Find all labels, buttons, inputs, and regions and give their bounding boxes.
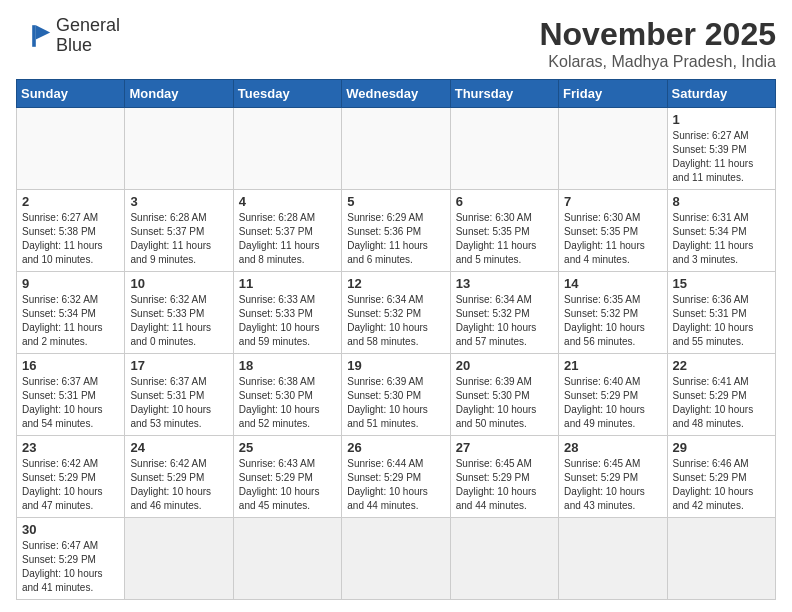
day-number: 28 xyxy=(564,440,661,455)
calendar-cell xyxy=(559,108,667,190)
col-header-wednesday: Wednesday xyxy=(342,80,450,108)
calendar-cell: 20Sunrise: 6:39 AM Sunset: 5:30 PM Dayli… xyxy=(450,354,558,436)
day-number: 12 xyxy=(347,276,444,291)
day-info: Sunrise: 6:41 AM Sunset: 5:29 PM Dayligh… xyxy=(673,375,770,431)
day-number: 13 xyxy=(456,276,553,291)
calendar-cell xyxy=(559,518,667,600)
page-header: General Blue November 2025 Kolaras, Madh… xyxy=(16,16,776,71)
calendar-cell: 30Sunrise: 6:47 AM Sunset: 5:29 PM Dayli… xyxy=(17,518,125,600)
calendar-cell: 8Sunrise: 6:31 AM Sunset: 5:34 PM Daylig… xyxy=(667,190,775,272)
calendar-header-row: SundayMondayTuesdayWednesdayThursdayFrid… xyxy=(17,80,776,108)
day-info: Sunrise: 6:39 AM Sunset: 5:30 PM Dayligh… xyxy=(347,375,444,431)
day-number: 2 xyxy=(22,194,119,209)
day-number: 11 xyxy=(239,276,336,291)
logo-icon xyxy=(16,18,52,54)
calendar-cell: 18Sunrise: 6:38 AM Sunset: 5:30 PM Dayli… xyxy=(233,354,341,436)
calendar-cell xyxy=(17,108,125,190)
day-number: 4 xyxy=(239,194,336,209)
col-header-saturday: Saturday xyxy=(667,80,775,108)
calendar-cell: 11Sunrise: 6:33 AM Sunset: 5:33 PM Dayli… xyxy=(233,272,341,354)
day-info: Sunrise: 6:38 AM Sunset: 5:30 PM Dayligh… xyxy=(239,375,336,431)
calendar-cell: 17Sunrise: 6:37 AM Sunset: 5:31 PM Dayli… xyxy=(125,354,233,436)
day-info: Sunrise: 6:43 AM Sunset: 5:29 PM Dayligh… xyxy=(239,457,336,513)
calendar-cell xyxy=(125,108,233,190)
calendar-cell: 2Sunrise: 6:27 AM Sunset: 5:38 PM Daylig… xyxy=(17,190,125,272)
day-number: 9 xyxy=(22,276,119,291)
calendar-cell: 5Sunrise: 6:29 AM Sunset: 5:36 PM Daylig… xyxy=(342,190,450,272)
day-number: 23 xyxy=(22,440,119,455)
calendar-week-3: 16Sunrise: 6:37 AM Sunset: 5:31 PM Dayli… xyxy=(17,354,776,436)
calendar-week-0: 1Sunrise: 6:27 AM Sunset: 5:39 PM Daylig… xyxy=(17,108,776,190)
day-info: Sunrise: 6:47 AM Sunset: 5:29 PM Dayligh… xyxy=(22,539,119,595)
day-number: 7 xyxy=(564,194,661,209)
day-number: 29 xyxy=(673,440,770,455)
day-info: Sunrise: 6:35 AM Sunset: 5:32 PM Dayligh… xyxy=(564,293,661,349)
calendar-cell: 19Sunrise: 6:39 AM Sunset: 5:30 PM Dayli… xyxy=(342,354,450,436)
day-info: Sunrise: 6:31 AM Sunset: 5:34 PM Dayligh… xyxy=(673,211,770,267)
day-number: 19 xyxy=(347,358,444,373)
day-number: 5 xyxy=(347,194,444,209)
calendar-week-5: 30Sunrise: 6:47 AM Sunset: 5:29 PM Dayli… xyxy=(17,518,776,600)
calendar-cell: 12Sunrise: 6:34 AM Sunset: 5:32 PM Dayli… xyxy=(342,272,450,354)
day-info: Sunrise: 6:36 AM Sunset: 5:31 PM Dayligh… xyxy=(673,293,770,349)
day-number: 26 xyxy=(347,440,444,455)
calendar-cell: 22Sunrise: 6:41 AM Sunset: 5:29 PM Dayli… xyxy=(667,354,775,436)
day-info: Sunrise: 6:42 AM Sunset: 5:29 PM Dayligh… xyxy=(130,457,227,513)
calendar-cell xyxy=(342,108,450,190)
day-info: Sunrise: 6:29 AM Sunset: 5:36 PM Dayligh… xyxy=(347,211,444,267)
day-number: 18 xyxy=(239,358,336,373)
calendar-cell: 26Sunrise: 6:44 AM Sunset: 5:29 PM Dayli… xyxy=(342,436,450,518)
calendar-cell: 13Sunrise: 6:34 AM Sunset: 5:32 PM Dayli… xyxy=(450,272,558,354)
calendar-cell xyxy=(233,108,341,190)
day-number: 1 xyxy=(673,112,770,127)
day-info: Sunrise: 6:42 AM Sunset: 5:29 PM Dayligh… xyxy=(22,457,119,513)
day-info: Sunrise: 6:33 AM Sunset: 5:33 PM Dayligh… xyxy=(239,293,336,349)
day-info: Sunrise: 6:45 AM Sunset: 5:29 PM Dayligh… xyxy=(564,457,661,513)
day-number: 24 xyxy=(130,440,227,455)
day-info: Sunrise: 6:34 AM Sunset: 5:32 PM Dayligh… xyxy=(347,293,444,349)
calendar-week-2: 9Sunrise: 6:32 AM Sunset: 5:34 PM Daylig… xyxy=(17,272,776,354)
calendar-cell xyxy=(233,518,341,600)
day-number: 22 xyxy=(673,358,770,373)
day-number: 6 xyxy=(456,194,553,209)
day-info: Sunrise: 6:28 AM Sunset: 5:37 PM Dayligh… xyxy=(130,211,227,267)
col-header-tuesday: Tuesday xyxy=(233,80,341,108)
logo-line1: General xyxy=(56,16,120,36)
day-info: Sunrise: 6:34 AM Sunset: 5:32 PM Dayligh… xyxy=(456,293,553,349)
calendar-cell xyxy=(450,518,558,600)
calendar-cell xyxy=(450,108,558,190)
month-title: November 2025 xyxy=(539,16,776,53)
day-info: Sunrise: 6:30 AM Sunset: 5:35 PM Dayligh… xyxy=(456,211,553,267)
calendar: SundayMondayTuesdayWednesdayThursdayFrid… xyxy=(16,79,776,600)
title-area: November 2025 Kolaras, Madhya Pradesh, I… xyxy=(539,16,776,71)
day-info: Sunrise: 6:32 AM Sunset: 5:34 PM Dayligh… xyxy=(22,293,119,349)
col-header-thursday: Thursday xyxy=(450,80,558,108)
calendar-cell: 4Sunrise: 6:28 AM Sunset: 5:37 PM Daylig… xyxy=(233,190,341,272)
calendar-cell: 14Sunrise: 6:35 AM Sunset: 5:32 PM Dayli… xyxy=(559,272,667,354)
calendar-cell: 29Sunrise: 6:46 AM Sunset: 5:29 PM Dayli… xyxy=(667,436,775,518)
day-number: 25 xyxy=(239,440,336,455)
day-number: 17 xyxy=(130,358,227,373)
day-info: Sunrise: 6:28 AM Sunset: 5:37 PM Dayligh… xyxy=(239,211,336,267)
svg-rect-2 xyxy=(32,25,36,47)
logo-line2: Blue xyxy=(56,36,120,56)
calendar-cell: 3Sunrise: 6:28 AM Sunset: 5:37 PM Daylig… xyxy=(125,190,233,272)
calendar-cell xyxy=(125,518,233,600)
day-info: Sunrise: 6:30 AM Sunset: 5:35 PM Dayligh… xyxy=(564,211,661,267)
day-number: 27 xyxy=(456,440,553,455)
calendar-week-4: 23Sunrise: 6:42 AM Sunset: 5:29 PM Dayli… xyxy=(17,436,776,518)
logo: General Blue xyxy=(16,16,120,56)
day-number: 21 xyxy=(564,358,661,373)
calendar-cell: 21Sunrise: 6:40 AM Sunset: 5:29 PM Dayli… xyxy=(559,354,667,436)
day-info: Sunrise: 6:40 AM Sunset: 5:29 PM Dayligh… xyxy=(564,375,661,431)
day-number: 30 xyxy=(22,522,119,537)
day-number: 15 xyxy=(673,276,770,291)
day-info: Sunrise: 6:27 AM Sunset: 5:39 PM Dayligh… xyxy=(673,129,770,185)
calendar-week-1: 2Sunrise: 6:27 AM Sunset: 5:38 PM Daylig… xyxy=(17,190,776,272)
day-info: Sunrise: 6:27 AM Sunset: 5:38 PM Dayligh… xyxy=(22,211,119,267)
day-info: Sunrise: 6:44 AM Sunset: 5:29 PM Dayligh… xyxy=(347,457,444,513)
day-number: 10 xyxy=(130,276,227,291)
day-number: 16 xyxy=(22,358,119,373)
day-info: Sunrise: 6:37 AM Sunset: 5:31 PM Dayligh… xyxy=(22,375,119,431)
calendar-cell: 7Sunrise: 6:30 AM Sunset: 5:35 PM Daylig… xyxy=(559,190,667,272)
